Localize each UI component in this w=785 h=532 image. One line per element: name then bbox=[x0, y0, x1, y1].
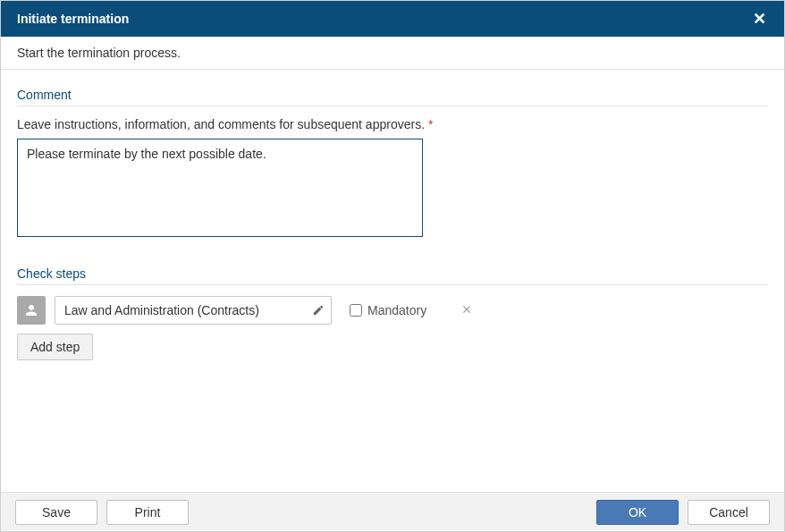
remove-step-icon[interactable] bbox=[460, 303, 473, 318]
ok-button[interactable]: OK bbox=[596, 500, 679, 525]
footer-left-buttons: Save Print bbox=[15, 500, 189, 525]
dialog-footer: Save Print OK Cancel bbox=[1, 492, 784, 531]
close-icon[interactable]: ✕ bbox=[747, 7, 772, 30]
check-steps-heading: Check steps bbox=[17, 266, 768, 285]
comment-label-text: Leave instructions, information, and com… bbox=[17, 117, 425, 131]
save-button[interactable]: Save bbox=[15, 500, 97, 525]
comment-textarea[interactable] bbox=[17, 139, 423, 237]
dialog-initiate-termination: Initiate termination ✕ Start the termina… bbox=[0, 0, 785, 532]
step-input-wrap bbox=[55, 296, 332, 325]
required-asterisk: * bbox=[428, 117, 433, 131]
step-row: Mandatory bbox=[17, 296, 768, 325]
cancel-button[interactable]: Cancel bbox=[688, 500, 770, 525]
comment-section: Comment Leave instructions, information,… bbox=[17, 88, 768, 240]
mandatory-checkbox[interactable] bbox=[350, 304, 362, 317]
dialog-title: Initiate termination bbox=[17, 12, 129, 26]
dialog-content: Comment Leave instructions, information,… bbox=[1, 70, 784, 492]
comment-heading: Comment bbox=[17, 88, 768, 106]
print-button[interactable]: Print bbox=[106, 500, 189, 525]
dialog-subtitle: Start the termination process. bbox=[1, 37, 784, 70]
footer-right-buttons: OK Cancel bbox=[596, 500, 770, 525]
titlebar: Initiate termination ✕ bbox=[1, 1, 784, 37]
mandatory-checkbox-wrap: Mandatory bbox=[350, 303, 426, 317]
person-icon bbox=[17, 296, 46, 325]
edit-icon[interactable] bbox=[312, 304, 325, 317]
comment-label: Leave instructions, information, and com… bbox=[17, 117, 768, 131]
check-steps-section: Check steps Mandatory Add step bbox=[17, 266, 768, 360]
add-step-button[interactable]: Add step bbox=[17, 334, 93, 360]
step-input[interactable] bbox=[55, 296, 332, 325]
mandatory-label: Mandatory bbox=[367, 303, 426, 317]
